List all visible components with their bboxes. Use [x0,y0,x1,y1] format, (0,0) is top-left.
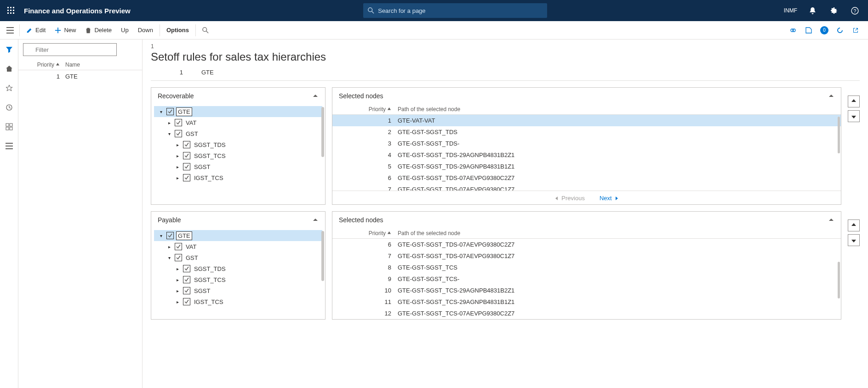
tree-node[interactable]: ▸SGST_TCS [154,150,322,161]
move-up-button[interactable] [848,96,860,107]
col-priority[interactable]: Priority [23,62,60,68]
tree-toggle[interactable]: ▸ [174,266,181,271]
grid-col-path[interactable]: Path of the selected node [391,230,837,236]
settings-icon[interactable] [824,0,843,21]
grid-row[interactable]: 2GTE-GST-SGST_TDS [332,126,841,138]
tree-scrollbar[interactable] [321,107,324,157]
legal-entity[interactable]: INMF [784,7,797,14]
tree-toggle[interactable]: ▸ [174,277,181,282]
grid-col-priority[interactable]: Priority [336,230,391,236]
help-icon[interactable]: ? [845,0,864,21]
checkbox[interactable] [166,232,174,239]
next-page[interactable]: Next [600,195,619,202]
grid-col-priority[interactable]: Priority [336,106,391,112]
tree-toggle[interactable]: ▸ [174,288,181,293]
collapse-payable[interactable] [312,217,319,223]
link-icon[interactable] [786,23,800,37]
checkbox[interactable] [183,141,190,148]
refresh-icon[interactable] [833,23,847,37]
rail-recent-icon[interactable] [3,101,16,114]
tree-node[interactable]: ▾GST [154,128,322,139]
tree-toggle[interactable]: ▾ [166,255,172,260]
attachments-icon[interactable] [802,23,816,37]
grid-row[interactable]: 10GTE-GST-SGST_TCS-29AGNPB4831B2Z1 [332,285,841,296]
tree-toggle[interactable]: ▾ [158,233,164,238]
checkbox[interactable] [183,152,190,159]
tree-toggle[interactable]: ▸ [166,120,172,125]
delete-button[interactable]: Delete [80,23,116,38]
messages-icon[interactable]: 0 [817,23,831,37]
tree-toggle[interactable]: ▸ [174,164,181,169]
tree-node[interactable]: ▸SGST [154,161,322,172]
rail-home-icon[interactable] [3,62,16,75]
tree-node[interactable]: ▸IGST_TCS [154,296,322,307]
global-search[interactable] [363,3,547,18]
tree-toggle[interactable]: ▸ [174,153,181,158]
checkbox[interactable] [175,254,182,261]
tree-node[interactable]: ▾GTE [154,230,322,241]
grid-row[interactable]: 7GTE-GST-SGST_TDS-07AEVPG9380C1Z7 [332,250,841,262]
list-row[interactable]: 1GTE [18,70,142,83]
checkbox[interactable] [183,298,190,305]
tree-toggle[interactable]: ▸ [166,244,172,249]
app-launcher[interactable] [4,3,18,18]
tree-node[interactable]: ▸SGST_TCS [154,274,322,285]
list-filter-input[interactable] [23,43,117,56]
popout-icon[interactable] [849,23,862,37]
tree-node[interactable]: ▸SGST [154,285,322,296]
new-button[interactable]: New [50,23,80,38]
tree-toggle[interactable]: ▾ [158,109,164,114]
checkbox[interactable] [183,265,190,272]
edit-button[interactable]: Edit [22,23,50,38]
rail-filter-icon[interactable] [3,43,16,56]
tree-toggle[interactable]: ▾ [166,131,172,136]
checkbox[interactable] [175,130,182,137]
collapse-selected-nodes-bottom[interactable] [828,217,834,223]
grid-row[interactable]: 5GTE-GST-SGST_TDS-29AGNPB4831B1Z1 [332,161,841,172]
grid-row[interactable]: 3GTE-GST-SGST_TDS- [332,138,841,149]
checkbox[interactable] [183,276,190,283]
grid-row[interactable]: 6GTE-GST-SGST_TDS-07AEVPG9380C2Z7 [332,239,841,250]
notifications-icon[interactable] [803,0,822,21]
up-button[interactable]: Up [116,23,133,38]
tree-toggle[interactable]: ▸ [174,299,181,304]
checkbox[interactable] [183,287,190,294]
grid-scrollbar[interactable] [838,262,840,298]
tree-scrollbar[interactable] [321,231,324,281]
grid-row[interactable]: 6GTE-GST-SGST_TDS-07AEVPG9380C2Z7 [332,172,841,184]
move-down-button[interactable] [848,110,860,122]
tree-node[interactable]: ▾GST [154,252,322,263]
down-button[interactable]: Down [133,23,158,38]
grid-row[interactable]: 7GTE-GST-SGST_TDS-07AEVPG9380C1Z7 [332,184,841,191]
grid-row[interactable]: 4GTE-GST-SGST_TDS-29AGNPB4831B2Z1 [332,149,841,161]
rail-favorites-icon[interactable] [3,82,16,95]
rail-workspaces-icon[interactable] [3,120,16,133]
tree-toggle[interactable]: ▸ [174,175,181,180]
tree-toggle[interactable]: ▸ [174,142,181,147]
tree-node[interactable]: ▾GTE [154,106,322,117]
search-input[interactable] [378,7,542,14]
options-button[interactable]: Options [162,23,194,38]
grid-row[interactable]: 9GTE-GST-SGST_TCS- [332,273,841,285]
col-name[interactable]: Name [60,62,137,68]
collapse-recoverable[interactable] [312,93,319,99]
tree-node[interactable]: ▸IGST_TCS [154,172,322,183]
move-down-button[interactable] [848,234,860,246]
tree-node[interactable]: ▸VAT [154,117,322,128]
rail-modules-icon[interactable] [3,140,16,152]
tree-node[interactable]: ▸VAT [154,241,322,252]
grid-row[interactable]: 1GTE-VAT-VAT [332,115,841,126]
grid-row[interactable]: 11GTE-GST-SGST_TCS-29AGNPB4831B1Z1 [332,296,841,308]
tree-node[interactable]: ▸SGST_TDS [154,263,322,274]
nav-toggle[interactable] [3,23,17,38]
collapse-selected-nodes-top[interactable] [828,93,834,99]
checkbox[interactable] [183,163,190,170]
grid-col-path[interactable]: Path of the selected node [391,106,837,112]
grid-row[interactable]: 8GTE-GST-SGST_TCS [332,262,841,273]
move-up-button[interactable] [848,219,860,231]
checkbox[interactable] [175,119,182,126]
grid-scrollbar[interactable] [838,117,840,153]
checkbox[interactable] [175,243,182,250]
checkbox[interactable] [166,108,174,115]
tree-node[interactable]: ▸SGST_TDS [154,139,322,150]
